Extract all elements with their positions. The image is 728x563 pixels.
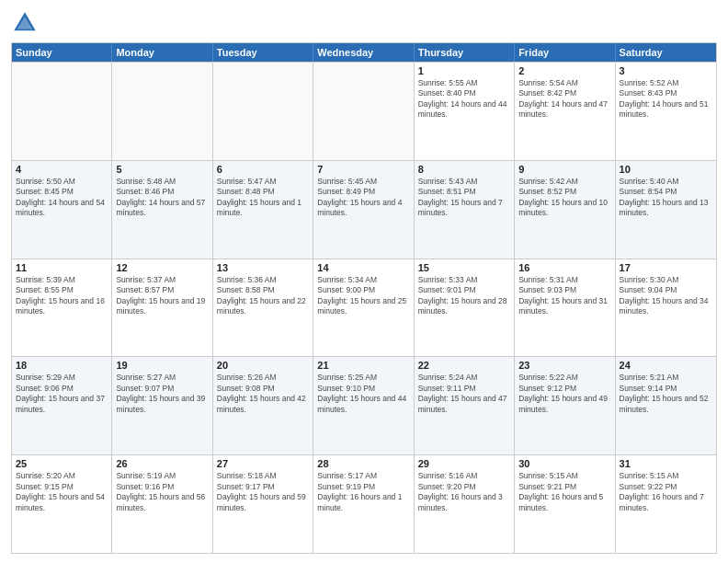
calendar: SundayMondayTuesdayWednesdayThursdayFrid…	[11, 42, 717, 554]
day-info: Sunrise: 5:43 AM Sunset: 8:51 PM Dayligh…	[418, 177, 510, 219]
day-info: Sunrise: 5:15 AM Sunset: 9:21 PM Dayligh…	[518, 471, 610, 513]
day-info: Sunrise: 5:24 AM Sunset: 9:11 PM Dayligh…	[418, 373, 510, 415]
day-info: Sunrise: 5:48 AM Sunset: 8:46 PM Dayligh…	[116, 177, 208, 219]
calendar-cell: 7Sunrise: 5:45 AM Sunset: 8:49 PM Daylig…	[313, 161, 414, 259]
calendar-cell	[213, 63, 313, 160]
calendar-cell: 23Sunrise: 5:22 AM Sunset: 9:12 PM Dayli…	[515, 357, 615, 454]
calendar-cell: 4Sunrise: 5:50 AM Sunset: 8:45 PM Daylig…	[12, 161, 112, 259]
day-info: Sunrise: 5:55 AM Sunset: 8:40 PM Dayligh…	[418, 78, 510, 121]
day-info: Sunrise: 5:33 AM Sunset: 9:01 PM Dayligh…	[418, 275, 510, 317]
calendar-cell: 18Sunrise: 5:29 AM Sunset: 9:06 PM Dayli…	[12, 357, 112, 454]
header-day-monday: Monday	[112, 43, 212, 62]
day-number: 29	[418, 458, 510, 469]
calendar-cell: 30Sunrise: 5:15 AM Sunset: 9:21 PM Dayli…	[515, 455, 615, 553]
calendar-cell: 9Sunrise: 5:42 AM Sunset: 8:52 PM Daylig…	[515, 161, 615, 259]
day-info: Sunrise: 5:31 AM Sunset: 9:03 PM Dayligh…	[518, 275, 610, 317]
day-number: 7	[317, 164, 409, 175]
day-number: 30	[518, 458, 610, 469]
calendar-header: SundayMondayTuesdayWednesdayThursdayFrid…	[12, 43, 716, 62]
day-info: Sunrise: 5:30 AM Sunset: 9:04 PM Dayligh…	[620, 275, 712, 317]
day-number: 17	[620, 262, 712, 273]
calendar-cell: 17Sunrise: 5:30 AM Sunset: 9:04 PM Dayli…	[616, 259, 716, 357]
day-number: 10	[620, 164, 712, 175]
calendar-cell: 31Sunrise: 5:15 AM Sunset: 9:22 PM Dayli…	[616, 455, 716, 553]
day-number: 6	[217, 164, 309, 175]
calendar-cell: 12Sunrise: 5:37 AM Sunset: 8:57 PM Dayli…	[112, 259, 212, 357]
calendar-cell: 26Sunrise: 5:19 AM Sunset: 9:16 PM Dayli…	[112, 455, 212, 553]
day-number: 23	[518, 360, 610, 371]
calendar-cell: 5Sunrise: 5:48 AM Sunset: 8:46 PM Daylig…	[112, 161, 212, 259]
calendar-cell: 24Sunrise: 5:21 AM Sunset: 9:14 PM Dayli…	[616, 357, 716, 454]
header-day-wednesday: Wednesday	[313, 43, 414, 62]
header-day-sunday: Sunday	[12, 43, 112, 62]
day-number: 11	[16, 262, 108, 273]
calendar-cell: 6Sunrise: 5:47 AM Sunset: 8:48 PM Daylig…	[213, 161, 313, 259]
calendar-cell: 19Sunrise: 5:27 AM Sunset: 9:07 PM Dayli…	[112, 357, 212, 454]
day-info: Sunrise: 5:40 AM Sunset: 8:54 PM Dayligh…	[620, 177, 712, 219]
header-day-tuesday: Tuesday	[213, 43, 313, 62]
day-info: Sunrise: 5:20 AM Sunset: 9:15 PM Dayligh…	[16, 471, 108, 513]
calendar-cell: 27Sunrise: 5:18 AM Sunset: 9:17 PM Dayli…	[213, 455, 313, 553]
page: SundayMondayTuesdayWednesdayThursdayFrid…	[0, 0, 728, 563]
day-info: Sunrise: 5:18 AM Sunset: 9:17 PM Dayligh…	[217, 471, 309, 513]
calendar-cell: 29Sunrise: 5:16 AM Sunset: 9:20 PM Dayli…	[415, 455, 515, 553]
calendar-cell	[313, 63, 414, 160]
header	[11, 9, 717, 37]
day-info: Sunrise: 5:52 AM Sunset: 8:43 PM Dayligh…	[620, 78, 712, 121]
calendar-week-1: 1Sunrise: 5:55 AM Sunset: 8:40 PM Daylig…	[12, 62, 716, 160]
day-info: Sunrise: 5:29 AM Sunset: 9:06 PM Dayligh…	[16, 373, 108, 415]
day-info: Sunrise: 5:54 AM Sunset: 8:42 PM Dayligh…	[518, 78, 610, 121]
day-number: 26	[116, 458, 208, 469]
day-number: 9	[518, 164, 610, 175]
day-number: 20	[217, 360, 309, 371]
calendar-cell: 11Sunrise: 5:39 AM Sunset: 8:55 PM Dayli…	[12, 259, 112, 357]
day-number: 19	[116, 360, 208, 371]
day-info: Sunrise: 5:19 AM Sunset: 9:16 PM Dayligh…	[116, 471, 208, 513]
calendar-cell: 25Sunrise: 5:20 AM Sunset: 9:15 PM Dayli…	[12, 455, 112, 553]
day-info: Sunrise: 5:36 AM Sunset: 8:58 PM Dayligh…	[217, 275, 309, 317]
calendar-cell: 22Sunrise: 5:24 AM Sunset: 9:11 PM Dayli…	[415, 357, 515, 454]
day-info: Sunrise: 5:39 AM Sunset: 8:55 PM Dayligh…	[16, 275, 108, 317]
day-number: 13	[217, 262, 309, 273]
day-number: 3	[620, 65, 712, 76]
calendar-cell: 28Sunrise: 5:17 AM Sunset: 9:19 PM Dayli…	[313, 455, 414, 553]
day-number: 28	[317, 458, 409, 469]
day-number: 21	[317, 360, 409, 371]
day-number: 24	[620, 360, 712, 371]
day-info: Sunrise: 5:16 AM Sunset: 9:20 PM Dayligh…	[418, 471, 510, 513]
day-number: 5	[116, 164, 208, 175]
day-number: 22	[418, 360, 510, 371]
header-day-saturday: Saturday	[616, 43, 716, 62]
day-number: 8	[418, 164, 510, 175]
day-info: Sunrise: 5:17 AM Sunset: 9:19 PM Dayligh…	[317, 471, 409, 513]
calendar-cell: 2Sunrise: 5:54 AM Sunset: 8:42 PM Daylig…	[515, 63, 615, 160]
calendar-week-5: 25Sunrise: 5:20 AM Sunset: 9:15 PM Dayli…	[12, 454, 716, 553]
header-day-thursday: Thursday	[415, 43, 515, 62]
calendar-week-2: 4Sunrise: 5:50 AM Sunset: 8:45 PM Daylig…	[12, 160, 716, 259]
day-number: 31	[620, 458, 712, 469]
day-number: 27	[217, 458, 309, 469]
day-number: 16	[518, 262, 610, 273]
day-info: Sunrise: 5:15 AM Sunset: 9:22 PM Dayligh…	[620, 471, 712, 513]
day-info: Sunrise: 5:34 AM Sunset: 9:00 PM Dayligh…	[317, 275, 409, 317]
day-info: Sunrise: 5:25 AM Sunset: 9:10 PM Dayligh…	[317, 373, 409, 415]
day-number: 12	[116, 262, 208, 273]
day-info: Sunrise: 5:45 AM Sunset: 8:49 PM Dayligh…	[317, 177, 409, 219]
day-number: 18	[16, 360, 108, 371]
day-number: 1	[418, 65, 510, 76]
day-info: Sunrise: 5:47 AM Sunset: 8:48 PM Dayligh…	[217, 177, 309, 219]
calendar-cell: 3Sunrise: 5:52 AM Sunset: 8:43 PM Daylig…	[616, 63, 716, 160]
day-info: Sunrise: 5:22 AM Sunset: 9:12 PM Dayligh…	[518, 373, 610, 415]
header-day-friday: Friday	[515, 43, 615, 62]
day-number: 14	[317, 262, 409, 273]
calendar-cell	[12, 63, 112, 160]
day-number: 2	[518, 65, 610, 76]
logo	[11, 9, 42, 37]
calendar-cell: 1Sunrise: 5:55 AM Sunset: 8:40 PM Daylig…	[415, 63, 515, 160]
logo-icon	[11, 9, 39, 37]
day-info: Sunrise: 5:21 AM Sunset: 9:14 PM Dayligh…	[620, 373, 712, 415]
day-info: Sunrise: 5:42 AM Sunset: 8:52 PM Dayligh…	[518, 177, 610, 219]
day-number: 4	[16, 164, 108, 175]
calendar-cell	[112, 63, 212, 160]
calendar-cell: 13Sunrise: 5:36 AM Sunset: 8:58 PM Dayli…	[213, 259, 313, 357]
